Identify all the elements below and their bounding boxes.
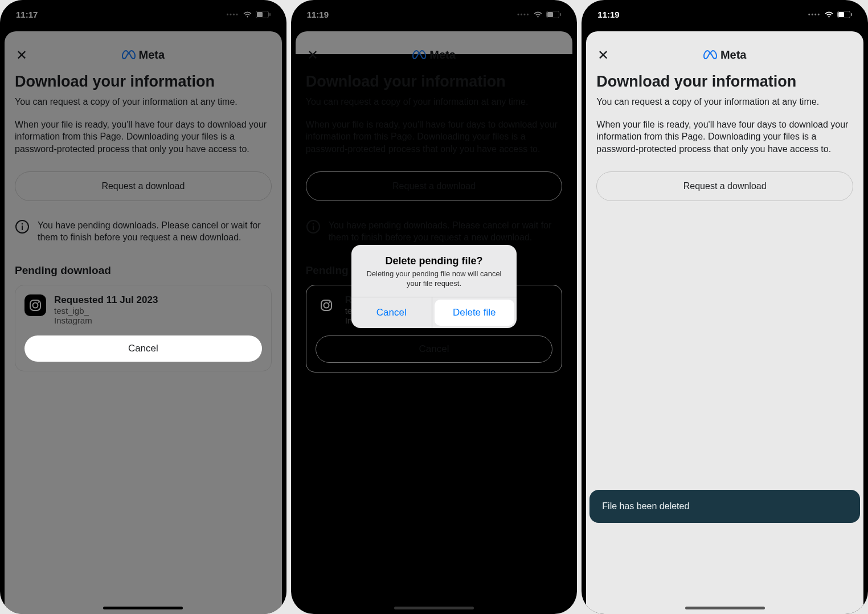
svg-rect-13 — [313, 226, 314, 230]
alert-delete-button[interactable]: Delete file — [435, 300, 515, 326]
svg-rect-10 — [547, 12, 553, 17]
status-time: 11:19 — [307, 10, 329, 19]
wifi-icon — [243, 11, 252, 18]
info-box: You have pending downloads. Please cance… — [15, 219, 272, 244]
wifi-icon — [824, 11, 834, 18]
cancel-button[interactable]: Cancel — [316, 335, 553, 363]
svg-rect-4 — [22, 226, 23, 230]
cellular-dots-icon: •••• — [517, 11, 530, 18]
phone-screen-2: 11:19 •••• ✕ Meta Download your informat… — [291, 0, 578, 614]
cellular-dots-icon: •••• — [808, 11, 821, 18]
svg-point-17 — [329, 301, 330, 303]
status-bar: 11:19 •••• — [582, 0, 868, 23]
page-title: Download your information — [15, 73, 272, 91]
status-time: 11:19 — [597, 10, 619, 19]
svg-point-16 — [324, 302, 329, 308]
home-indicator[interactable] — [103, 607, 183, 609]
info-icon — [15, 219, 30, 234]
svg-point-5 — [22, 223, 23, 224]
info-text: You have pending downloads. Please cance… — [329, 219, 563, 244]
page-title: Download your information — [596, 73, 853, 91]
request-download-button[interactable]: Request a download — [15, 171, 272, 201]
svg-rect-1 — [257, 12, 263, 17]
svg-rect-20 — [851, 13, 852, 16]
close-icon[interactable]: ✕ — [16, 47, 27, 63]
subtitle-1: You can request a copy of your informati… — [306, 96, 563, 108]
pending-user: test_igb_ — [54, 306, 158, 316]
subtitle-1: You can request a copy of your informati… — [596, 96, 853, 108]
page-title: Download your information — [306, 73, 563, 91]
home-indicator[interactable] — [685, 607, 765, 609]
subtitle-1: You can request a copy of your informati… — [15, 96, 272, 108]
brand-text: Meta — [720, 48, 747, 62]
alert-title: Delete pending file? — [361, 255, 507, 267]
status-bar: 11:19 •••• — [291, 0, 578, 23]
request-download-button[interactable]: Request a download — [596, 171, 853, 201]
pending-title: Requested 11 Jul 2023 — [54, 294, 158, 306]
info-icon — [306, 219, 321, 234]
svg-rect-11 — [560, 13, 561, 16]
meta-logo: Meta — [703, 48, 747, 62]
modal-sheet: ✕ Meta Download your information You can… — [586, 31, 863, 614]
subtitle-2: When your file is ready, you'll have fou… — [306, 118, 563, 155]
instagram-icon — [316, 294, 337, 316]
pending-platform: Instagram — [54, 316, 158, 325]
close-icon[interactable]: ✕ — [597, 47, 609, 63]
brand-text: Meta — [429, 48, 456, 62]
svg-rect-19 — [838, 12, 844, 17]
request-download-button[interactable]: Request a download — [306, 171, 563, 201]
svg-rect-2 — [269, 13, 271, 16]
delete-toast: File has been deleted — [589, 490, 860, 523]
svg-point-14 — [312, 223, 314, 224]
info-box: You have pending downloads. Please cance… — [306, 219, 563, 244]
meta-logo: Meta — [122, 48, 165, 62]
cancel-button[interactable]: Cancel — [24, 335, 262, 362]
subtitle-2: When your file is ready, you'll have fou… — [15, 118, 272, 155]
status-bar: 11:17 •••• — [0, 0, 286, 23]
info-text: You have pending downloads. Please cance… — [38, 219, 272, 244]
subtitle-2: When your file is ready, you'll have fou… — [596, 118, 853, 155]
instagram-icon — [24, 294, 46, 316]
modal-sheet: ✕ Meta Download your information You can… — [296, 31, 573, 54]
battery-icon — [256, 11, 271, 18]
cellular-dots-icon: •••• — [227, 11, 239, 18]
meta-logo: Meta — [412, 48, 456, 62]
alert-cancel-button[interactable]: Cancel — [351, 297, 432, 328]
battery-icon — [546, 11, 561, 18]
status-time: 11:17 — [16, 10, 38, 19]
alert-message: Deleting your pending file now will canc… — [361, 269, 507, 289]
phone-screen-1: 11:17 •••• ✕ Meta Download your informat… — [0, 0, 286, 614]
pending-download-card: Requested 11 Jul 2023 test_igb_ Instagra… — [15, 285, 272, 371]
pending-section-label: Pending download — [15, 264, 272, 277]
delete-alert: Delete pending file? Deleting your pendi… — [351, 245, 517, 328]
close-icon[interactable]: ✕ — [307, 47, 318, 63]
svg-point-7 — [33, 302, 38, 308]
home-indicator[interactable] — [394, 607, 474, 609]
wifi-icon — [533, 11, 543, 18]
modal-sheet: ✕ Meta Download your information You can… — [5, 31, 282, 614]
brand-text: Meta — [139, 48, 165, 62]
phone-screen-3: 11:19 •••• ✕ Meta Download your informat… — [582, 0, 868, 614]
svg-point-8 — [38, 301, 39, 303]
battery-icon — [837, 11, 852, 18]
